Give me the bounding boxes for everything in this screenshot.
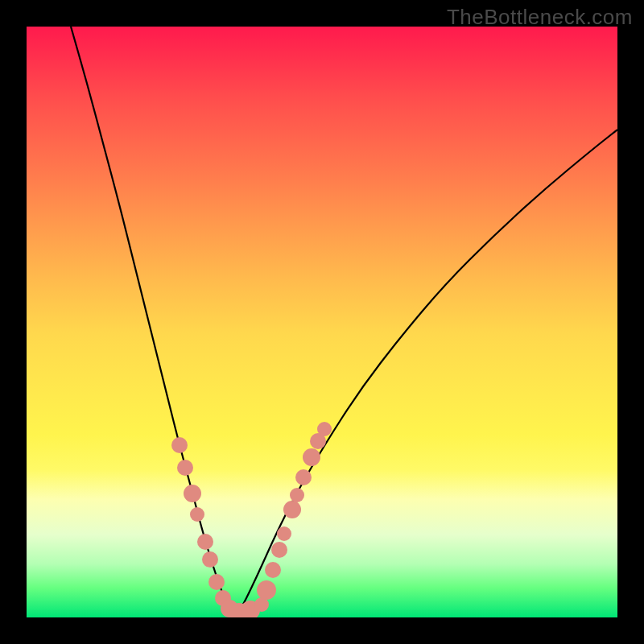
bead-marker [277,526,291,541]
bead-marker [271,542,287,558]
bead-marker [202,551,218,568]
bead-marker [283,501,301,518]
curve-svg [27,27,617,617]
bead-marker [290,488,304,502]
bead-marker [257,580,276,600]
bead-marker [303,448,320,466]
bead-marker [295,469,312,485]
bead-marker [171,437,188,453]
outer-frame: TheBottleneck.com [0,0,644,644]
bead-marker [317,422,332,436]
bead-marker [265,562,281,578]
plot-area [27,27,617,617]
curve-left-branch [71,27,236,616]
bead-marker [184,485,201,502]
curve-right-branch [236,130,617,616]
bead-marker [177,460,193,476]
bead-marker [197,534,213,550]
watermark-text: TheBottleneck.com [447,5,633,30]
bead-marker [208,574,225,590]
bead-marker [190,507,204,522]
